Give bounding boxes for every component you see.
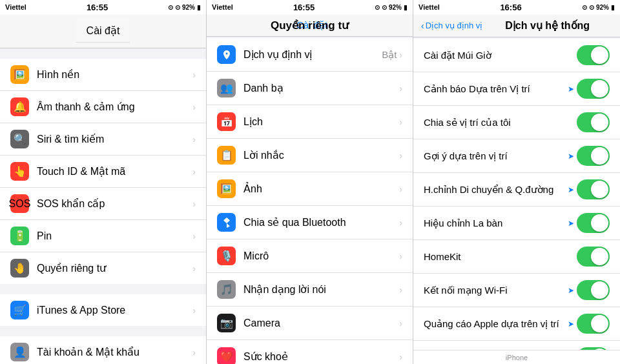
- icon-health: ❤️: [217, 347, 236, 364]
- priv-item-bluetooth[interactable]: Chia sẻ qua Bluetooth ›: [207, 206, 413, 239]
- loc-arrow-ads: ➤: [568, 319, 574, 329]
- privacy-scroll[interactable]: Dịch vụ định vị Bật › 👥 Danh bạ › 📅 Lịch…: [207, 37, 413, 364]
- loc-arrow-suggest: ➤: [568, 152, 574, 161]
- icon-speech: 🎵: [217, 280, 236, 299]
- sysservices-scroll[interactable]: Cài đặt Múi Giờ Cảnh báo Dựa trên Vị trí…: [413, 37, 620, 350]
- label-homekit2: HomeKit: [424, 251, 577, 262]
- toggle-sos2[interactable]: [577, 347, 610, 350]
- icon-account: 👤: [10, 343, 29, 361]
- icon-pin: 🔋: [10, 227, 29, 245]
- status-bar-2: Viettel 16:55 ⊙ ⊙ 92% ▮: [207, 0, 413, 14]
- carrier-3: Viettel: [418, 3, 440, 11]
- toggle-homekit2[interactable]: [577, 247, 610, 267]
- toggle-calibrate[interactable]: [577, 213, 610, 233]
- settings-item-touchid[interactable]: 👆 Touch ID & Mật mã ›: [0, 156, 206, 188]
- sysitem-sos2[interactable]: SOS khẩn cấp: [413, 341, 620, 350]
- chevron-account: ›: [192, 347, 196, 358]
- sysitem-timezone[interactable]: Cài đặt Múi Giờ: [413, 39, 620, 72]
- iphone-bottom: iPhone: [413, 350, 620, 364]
- icon-itunes: 🛒: [10, 301, 29, 319]
- label-micro: Micrô: [243, 250, 399, 262]
- chevron-hinhanh: ›: [192, 70, 196, 80]
- priv-item-calendar[interactable]: 📅 Lịch ›: [207, 105, 413, 139]
- icon-touchid: 👆: [10, 162, 29, 181]
- loc-arrow-wifi: ➤: [568, 286, 574, 295]
- settings-item-siri[interactable]: 🔍 Siri & tìm kiếm ›: [0, 123, 206, 156]
- iphone-label: iPhone: [506, 354, 528, 361]
- settings-group-1: 🖼️ Hình nền › 🔔 Âm thanh & cảm ứng › 🔍 S…: [0, 59, 206, 284]
- chevron-reminders: ›: [399, 150, 402, 161]
- settings-scroll[interactable]: 🖼️ Hình nền › 🔔 Âm thanh & cảm ứng › 🔍 S…: [0, 48, 206, 364]
- settings-group-3: 👤 Tài khoản & Mật khẩu › ✉️ Mail › 📇 Dan…: [0, 336, 206, 364]
- toggle-suggest[interactable]: [577, 146, 610, 166]
- label-location: Dịch vụ định vị: [243, 48, 382, 61]
- priv-item-photos[interactable]: 🖼️ Ảnh ›: [207, 172, 413, 206]
- icon-location: [217, 45, 236, 64]
- chevron-health: ›: [399, 352, 402, 362]
- icon-privacy: 🤚: [10, 259, 29, 278]
- chevron-pin: ›: [192, 231, 196, 241]
- sysitem-compass[interactable]: H.chỉnh Di chuyển & Q.đường ➤: [413, 173, 620, 207]
- sysitem-homekit2[interactable]: HomeKit: [413, 240, 620, 274]
- toggle-locationwarn[interactable]: [577, 79, 610, 99]
- label-reminders: Lời nhắc: [243, 149, 399, 161]
- settings-item-hinhanh[interactable]: 🖼️ Hình nền ›: [0, 59, 206, 91]
- chevron-siri: ›: [192, 134, 196, 145]
- label-photos: Ảnh: [243, 183, 399, 195]
- label-hinhanh: Hình nền: [37, 68, 192, 81]
- icon-priv-calendar: 📅: [217, 112, 236, 131]
- chevron-touchid: ›: [192, 167, 196, 177]
- settings-item-sos[interactable]: SOS SOS khẩn cấp ›: [0, 188, 206, 220]
- carrier-1: Viettel: [5, 3, 26, 11]
- row-right-calibrate: ➤: [568, 213, 610, 233]
- chevron-privacy: ›: [192, 263, 196, 274]
- label-locationwarn: Cảnh báo Dựa trên Vị trí: [424, 83, 568, 95]
- label-timezone: Cài đặt Múi Giờ: [424, 50, 577, 61]
- priv-item-health[interactable]: ❤️ Sức khoẻ ›: [207, 340, 413, 364]
- label-siri: Siri & tìm kiếm: [37, 133, 192, 145]
- status-icons-3: ⊙ ⊙ 92% ▮: [582, 4, 615, 11]
- back-button-3[interactable]: ‹ Dịch vụ định vị: [421, 21, 482, 31]
- settings-item-privacy[interactable]: 🤚 Quyền riêng tư ›: [0, 252, 206, 284]
- value-location: Bật: [382, 49, 397, 61]
- loc-arrow-locationwarn: ➤: [568, 85, 574, 94]
- settings-item-itunes[interactable]: 🛒 iTunes & App Store ›: [0, 294, 206, 326]
- sysitem-locationwarn[interactable]: Cảnh báo Dựa trên Vị trí ➤: [413, 72, 620, 106]
- row-right-locationwarn: ➤: [568, 79, 610, 99]
- toggle-ads[interactable]: [577, 314, 610, 334]
- settings-item-account[interactable]: 👤 Tài khoản & Mật khẩu ›: [0, 336, 206, 364]
- row-right-compass: ➤: [568, 179, 610, 199]
- label-health: Sức khoẻ: [243, 350, 399, 363]
- row-right-shareloc: [577, 112, 610, 132]
- sysitem-wifi[interactable]: Kết nối mạng Wi-Fi ➤: [413, 274, 620, 307]
- label-account: Tài khoản & Mật khẩu: [37, 346, 192, 358]
- sysservices-group: Cài đặt Múi Giờ Cảnh báo Dựa trên Vị trí…: [413, 39, 620, 350]
- status-bar-3: Viettel 16:56 ⊙ ⊙ 92% ▮: [413, 0, 620, 14]
- label-itunes: iTunes & App Store: [37, 305, 192, 316]
- sysitem-shareloc[interactable]: Chia sẻ vị trí của tôi: [413, 106, 620, 139]
- icon-reminders: 📋: [217, 146, 236, 165]
- settings-group-2: 🛒 iTunes & App Store ›: [0, 294, 206, 326]
- priv-item-speech[interactable]: 🎵 Nhận dạng lời nói ›: [207, 273, 413, 307]
- label-pin: Pin: [37, 230, 192, 242]
- nav-bar-2: ‹ Cài đặt Quyền riêng tư: [207, 14, 413, 37]
- row-right-sos2: [577, 347, 610, 350]
- toggle-shareloc[interactable]: [577, 112, 610, 132]
- settings-item-amthanh[interactable]: 🔔 Âm thanh & cảm ứng ›: [0, 91, 206, 123]
- chevron-location: ›: [399, 50, 402, 60]
- sysitem-suggest[interactable]: Gợi ý dựa trên vị trí ➤: [413, 139, 620, 173]
- toggle-timezone[interactable]: [577, 45, 610, 65]
- sysitem-calibrate[interactable]: Hiệu chỉnh La bàn ➤: [413, 207, 620, 240]
- sysitem-ads[interactable]: Quảng cáo Apple dựa trên vị trí ➤: [413, 307, 620, 341]
- settings-item-pin[interactable]: 🔋 Pin ›: [0, 220, 206, 252]
- toggle-wifi[interactable]: [577, 280, 610, 300]
- priv-item-location[interactable]: Dịch vụ định vị Bật ›: [207, 38, 413, 72]
- toggle-compass[interactable]: [577, 179, 610, 199]
- icon-bluetooth: [217, 213, 236, 232]
- priv-item-camera[interactable]: 📷 Camera ›: [207, 307, 413, 340]
- priv-item-reminders[interactable]: 📋 Lời nhắc ›: [207, 139, 413, 172]
- priv-item-micro[interactable]: 🎙️ Micrô ›: [207, 239, 413, 273]
- priv-item-contacts[interactable]: 👥 Danh bạ ›: [207, 72, 413, 105]
- label-speech: Nhận dạng lời nói: [243, 283, 399, 296]
- chevron-speech: ›: [399, 285, 402, 295]
